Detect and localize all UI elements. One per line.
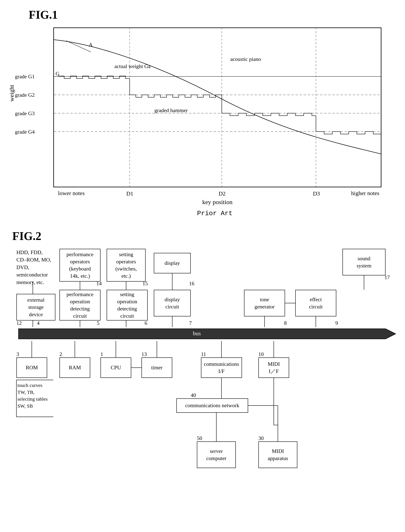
midi-apparatus-box: MIDIapparatus (258, 441, 297, 468)
setting-operators-box: settingoperators(switches,etc.) (107, 249, 146, 282)
cpu-box: CPU (101, 357, 131, 378)
num-5: 5 (97, 320, 100, 326)
d2-label: D2 (219, 190, 226, 197)
annotation-actual: actual weight Ga (115, 63, 150, 69)
sound-system-box: soundsystem (343, 249, 385, 275)
num-2: 2 (60, 351, 62, 357)
rom-box: ROM (16, 357, 47, 378)
chart-svg: G (54, 27, 381, 187)
num-6: 6 (145, 320, 147, 326)
display-circuit-box: displaycircuit (154, 290, 191, 316)
ram-box: RAM (60, 357, 90, 378)
external-storage-box: externalstoragedevice (16, 294, 55, 320)
performance-operators-box: performanceoperators(keyboard14k, etc.) (60, 249, 101, 282)
fig1-section: FIG.1 weight (29, 8, 377, 206)
num-11: 11 (201, 351, 206, 357)
timer-box: timer (142, 357, 172, 378)
lower-notes-label: lower notes (58, 190, 85, 197)
num-30: 30 (258, 435, 264, 441)
fig2-diagram: HDD, FDD,CD–ROM, MO,DVD,semiconductormem… (12, 247, 402, 513)
server-computer-box: servercomputer (197, 441, 236, 468)
comm-if-box: communicationsI/F (201, 357, 242, 378)
annotation-acoustic: acoustic piano (230, 56, 261, 62)
d1-label: D1 (126, 190, 133, 197)
tone-generator-box: tonegenerator (244, 290, 285, 316)
display-box: display (154, 253, 191, 273)
num-9: 9 (335, 320, 338, 326)
prior-art-label: Prior Art (37, 210, 393, 217)
svg-line-11 (66, 41, 91, 52)
svg-text:G: G (56, 71, 60, 77)
midi-if-box: MIDII／F (258, 357, 289, 378)
svg-text:bus: bus (193, 330, 201, 337)
chart-area: G A acoustic piano actual weight Ga grad… (53, 27, 381, 187)
num-13: 13 (142, 351, 147, 357)
num-14: 14 (96, 280, 102, 287)
hdd-label: HDD, FDD,CD–ROM, MO,DVD,semiconductormem… (16, 249, 57, 286)
setting-op-detect-box: settingoperationdetectingcircuit (107, 290, 148, 320)
grade-g1-label: grade G1 (15, 73, 35, 80)
num-15: 15 (142, 280, 148, 287)
num-16: 16 (189, 280, 194, 287)
annotation-A: A (89, 42, 93, 48)
num-3: 3 (16, 351, 19, 357)
num-12: 12 (16, 320, 22, 326)
touch-curves-label: touch curvesTW, TB,selecting tablesSW, S… (17, 382, 52, 409)
y-axis-label: weight (8, 85, 15, 102)
x-axis-label: key position (53, 199, 381, 206)
bus-svg: bus (12, 327, 402, 341)
comm-network-box: communications network (176, 398, 248, 413)
num-1: 1 (101, 351, 103, 357)
fig2-title: FIG.2 (12, 230, 393, 243)
num-10: 10 (258, 351, 264, 357)
num-17: 17 (385, 274, 390, 280)
effect-circuit-box: effectcircuit (295, 290, 336, 316)
perf-op-detect-box: performanceoperationdetectingcircuit (60, 290, 101, 320)
annotation-graded: graded hammer (155, 107, 188, 113)
num-40: 40 (191, 392, 196, 398)
num-8: 8 (284, 320, 287, 326)
num-7: 7 (189, 320, 192, 326)
connections-svg (12, 247, 402, 513)
fig1-title: FIG.1 (29, 8, 377, 21)
grade-g4-label: grade G4 (15, 129, 35, 135)
num-4: 4 (37, 320, 40, 326)
fig2-section: FIG.2 HDD, FDD,CD–ROM, MO,DVD,semiconduc… (12, 230, 393, 513)
svg-marker-12 (19, 329, 396, 339)
grade-g3-label: grade G3 (15, 110, 35, 117)
d3-label: D3 (313, 190, 320, 197)
grade-g2-label: grade G2 (15, 92, 35, 98)
num-50: 50 (197, 435, 202, 441)
higher-notes-label: higher notes (351, 190, 379, 197)
